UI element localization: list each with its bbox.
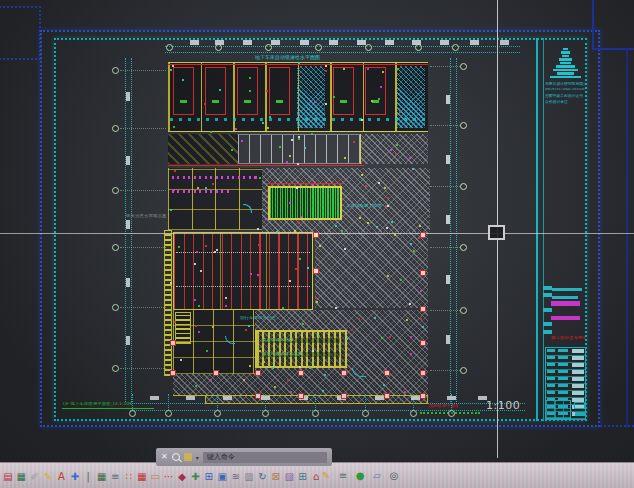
- column-marker: [313, 232, 319, 238]
- plan-rooms-left-of-ramp: [168, 134, 238, 164]
- plan-speckle: [319, 245, 321, 247]
- unit-valve: [340, 100, 347, 103]
- dim-points-icon[interactable]: ⋯: [163, 470, 175, 483]
- hatch-icon[interactable]: ▥: [243, 470, 255, 483]
- plan-speckle: [409, 303, 411, 305]
- plan-speckle: [374, 317, 376, 319]
- firm-logo-bar: [557, 72, 574, 75]
- pit-note-line-2: 排水沟做法详见水施: [262, 352, 340, 357]
- sketch-icon[interactable]: ✎: [42, 470, 54, 483]
- dim-text: [126, 156, 130, 165]
- plan-speckle: [182, 79, 184, 81]
- folder-icon[interactable]: ▱: [371, 469, 383, 482]
- axis-bubble: [112, 365, 119, 372]
- door-icon[interactable]: ⊠: [270, 470, 282, 483]
- plan-speckle: [395, 153, 397, 155]
- plan-speckle: [262, 122, 264, 124]
- plan-speckle: [325, 70, 327, 72]
- points-icon[interactable]: ∷: [123, 470, 135, 483]
- wall-hatch-icon[interactable]: ▨: [283, 470, 295, 483]
- layer-table-icon[interactable]: ▦: [15, 470, 27, 483]
- find-icon[interactable]: ◎: [388, 469, 400, 482]
- line-icon[interactable]: |: [82, 470, 94, 483]
- list-icon[interactable]: ≡: [337, 469, 349, 482]
- plan-speckle: [196, 251, 198, 253]
- dim-text: [412, 40, 421, 45]
- viewport-icon[interactable]: ▣: [216, 470, 228, 483]
- plan-speckle: [410, 336, 412, 338]
- plan-speckle: [371, 100, 373, 102]
- firm-logo-bar: [561, 51, 570, 54]
- align-icon[interactable]: ≡: [109, 470, 121, 483]
- dim-text: [446, 275, 450, 284]
- plan-speckle: [312, 184, 314, 186]
- dropdown-arrow-icon[interactable]: ▾: [196, 454, 199, 461]
- plan-speckle: [409, 157, 411, 159]
- axis-ext-line: [315, 394, 316, 410]
- toolbar-icon-row: ▤▦✐✎A✚|▦≡∷▦▭⋯◆✚⊞▣≋▥↻⊠▨⊞⌂: [2, 470, 322, 486]
- search-icon[interactable]: [172, 453, 180, 461]
- title-block-stamp: 施工图审查专用章: [551, 336, 585, 341]
- insert-grid-icon[interactable]: ⊞: [203, 470, 215, 483]
- titleblock-row-stub: [543, 308, 552, 312]
- table-icon[interactable]: ▦: [96, 470, 108, 483]
- block-icon[interactable]: ◆: [176, 470, 188, 483]
- layers-icon[interactable]: ▤: [2, 470, 14, 483]
- unit-valve: [212, 100, 219, 103]
- dim-text: [150, 396, 159, 400]
- dim-text: [411, 396, 420, 400]
- plan-speckle: [279, 146, 281, 148]
- plan-speckle: [219, 89, 221, 91]
- bottom-dim-line-2: [130, 410, 525, 411]
- axis-bubble: [112, 187, 119, 194]
- grid-icon[interactable]: ▦: [136, 470, 148, 483]
- plan-speckle: [346, 338, 348, 340]
- plan-speckle: [394, 234, 396, 236]
- erase-icon[interactable]: ✐: [29, 470, 41, 483]
- plan-speckle: [302, 323, 304, 325]
- axis-bubble: [112, 304, 119, 311]
- firm-line-2: ARCHITECTURAL DESIGN INSTITUTE: [545, 88, 585, 91]
- axis-ext-line: [120, 247, 166, 248]
- firm-line-3: 国家甲级工程设计证书: [545, 94, 585, 98]
- adjacent-frame-line-v2: [626, 48, 628, 427]
- table-cell-value: [572, 370, 584, 374]
- pickbox-cursor: [488, 225, 505, 240]
- customize-icon[interactable]: [184, 453, 192, 461]
- add-icon[interactable]: ✚: [189, 470, 201, 483]
- rotate-icon[interactable]: ↻: [256, 470, 268, 483]
- firm-logo-bar: [556, 65, 575, 68]
- axis-bubble: [365, 44, 372, 51]
- status-ok-icon[interactable]: ●: [354, 469, 366, 482]
- plan-speckle: [376, 226, 378, 228]
- column-marker: [384, 370, 390, 376]
- window-icon[interactable]: ⊞: [297, 470, 309, 483]
- close-icon[interactable]: ✕: [161, 453, 168, 461]
- plan-speckle: [397, 68, 399, 70]
- firm-line-4: 合作设计单位: [545, 100, 585, 104]
- axis-bubble: [410, 410, 417, 417]
- axis-ext-line: [120, 128, 166, 129]
- text-style-icon[interactable]: A: [56, 470, 68, 483]
- plan-speckle: [318, 335, 320, 337]
- plan-speckle: [291, 139, 293, 141]
- plan-speckle: [170, 209, 172, 211]
- move-icon[interactable]: ✚: [69, 470, 81, 483]
- plan-speckle: [267, 127, 269, 129]
- adjacent-frame-bottom: [600, 425, 634, 427]
- plan-speckle: [249, 365, 251, 367]
- annotate-icon[interactable]: ✎: [320, 469, 332, 482]
- plan-speckle: [314, 101, 316, 103]
- command-bar[interactable]: ✕ ▾ 键入命令: [156, 448, 332, 466]
- polyline-icon[interactable]: ≋: [230, 470, 242, 483]
- plan-speckle: [295, 268, 297, 270]
- dim-text: [446, 335, 450, 344]
- image-ref-icon[interactable]: ▭: [149, 470, 161, 483]
- command-input[interactable]: 键入命令: [203, 452, 327, 463]
- column-marker: [420, 340, 426, 346]
- plan-speckle: [391, 221, 393, 223]
- cad-viewport[interactable]: 集水坑详见结施 排水沟做法详见水施 地下车库自动喷淋给水平面图 防火分区分界线示…: [0, 0, 634, 488]
- sheet-no-box: [574, 402, 585, 409]
- plan-speckle: [212, 183, 214, 185]
- firm-logo-bar: [553, 69, 578, 72]
